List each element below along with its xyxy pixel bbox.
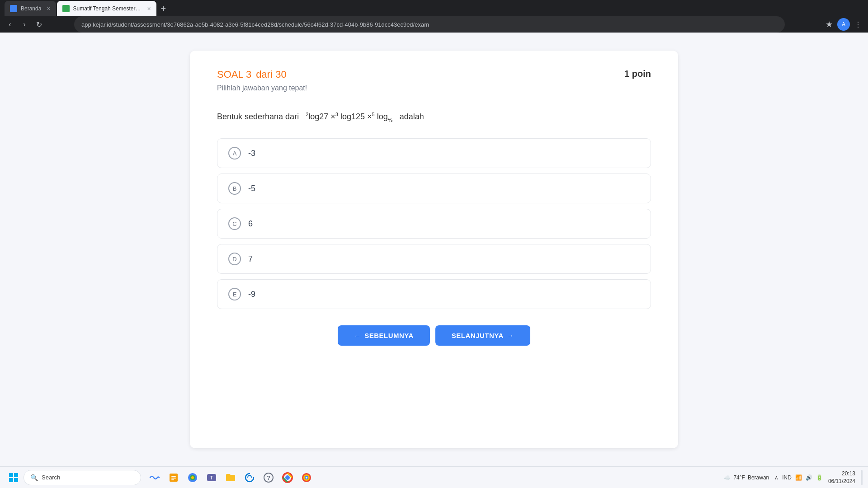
svg-point-10 xyxy=(191,476,194,479)
browser-chrome: Beranda × Sumatif Tengah Semester Gan… ×… xyxy=(0,0,868,33)
svg-rect-6 xyxy=(171,478,176,479)
svg-rect-5 xyxy=(171,476,176,477)
question-title: SOAL 3 dari 30 xyxy=(217,69,287,80)
taskbar-app-icons: T ? xyxy=(146,469,315,486)
next-button[interactable]: SELANJUTNYA → xyxy=(435,325,530,346)
next-arrow-icon: → xyxy=(507,332,514,339)
bookmark-button[interactable]: ★ xyxy=(823,18,835,31)
question-points: 1 poin xyxy=(624,69,651,79)
option-e[interactable]: E -9 xyxy=(217,279,651,309)
svg-rect-1 xyxy=(14,473,18,477)
question-header: SOAL 3 dari 30 1 poin xyxy=(217,69,651,80)
taskbar-chrome-icon[interactable] xyxy=(279,469,296,486)
new-tab-button[interactable]: + xyxy=(161,1,166,16)
clock-date: 06/11/2024 xyxy=(828,478,855,485)
question-instruction: Pilihlah jawaban yang tepat! xyxy=(217,84,651,92)
weather-temp: 74°F xyxy=(733,474,745,481)
option-d-value: 7 xyxy=(248,254,253,264)
tab-beranda-close[interactable]: × xyxy=(47,5,50,12)
volume-icon: 🔊 xyxy=(806,474,812,481)
svg-rect-2 xyxy=(9,478,13,482)
battery-icon: 🔋 xyxy=(816,474,823,481)
option-b[interactable]: B -5 xyxy=(217,174,651,203)
profile-button[interactable]: A xyxy=(837,18,850,31)
svg-rect-7 xyxy=(171,479,174,480)
option-e-value: -9 xyxy=(248,290,255,299)
taskbar-search-bar[interactable]: 🔍 Search xyxy=(24,470,141,485)
option-c-circle: C xyxy=(228,217,241,230)
nav-buttons: ← SEBELUMNYA SELANJUTNYA → xyxy=(217,325,651,346)
taskbar-sys-tray: ∧ IND 📶 🔊 🔋 xyxy=(774,474,823,481)
option-b-value: -5 xyxy=(248,184,255,193)
tab-exam-label: Sumatif Tengah Semester Gan… xyxy=(73,5,142,12)
option-d-circle: D xyxy=(228,253,241,265)
prev-arrow-icon: ← xyxy=(354,332,361,339)
beranda-favicon xyxy=(10,5,17,12)
taskbar-right: ☁️ 74°F Berawan ∧ IND 📶 🔊 🔋 20:13 06/11/… xyxy=(724,470,863,485)
search-icon: 🔍 xyxy=(30,474,38,481)
windows-start-button[interactable] xyxy=(5,469,22,486)
tab-exam-close[interactable]: × xyxy=(147,5,151,12)
prev-button[interactable]: ← SEBELUMNYA xyxy=(338,325,430,346)
svg-rect-0 xyxy=(9,473,13,477)
clock-time: 20:13 xyxy=(828,470,855,478)
forward-button[interactable]: › xyxy=(18,18,31,31)
next-button-label: SELANJUTNYA xyxy=(452,332,504,339)
question-number-label: SOAL 3 dari 30 xyxy=(217,69,287,80)
address-row: ‹ › ↻ app.kejar.id/student/assessment/3e… xyxy=(0,16,868,33)
svg-text:T: T xyxy=(210,475,213,480)
back-button[interactable]: ‹ xyxy=(4,18,16,31)
math-expression: 2log27 ×3 log125 ×5 log⅓ xyxy=(306,112,395,121)
content-card: SOAL 3 dari 30 1 poin Pilihlah jawaban y… xyxy=(190,51,678,448)
menu-button[interactable]: ⋮ xyxy=(852,18,864,31)
taskbar-teams-icon[interactable]: T xyxy=(203,469,220,486)
option-c[interactable]: C 6 xyxy=(217,209,651,239)
weather-icon: ☁️ xyxy=(724,474,731,481)
taskbar-folder-icon[interactable] xyxy=(222,469,239,486)
taskbar-edge-icon[interactable] xyxy=(241,469,258,486)
taskbar: 🔍 Search T xyxy=(0,466,868,488)
address-bar-url: app.kejar.id/student/assessment/3e76862a… xyxy=(81,21,778,28)
option-b-circle: B xyxy=(228,182,241,195)
taskbar-search-label: Search xyxy=(42,474,60,481)
taskbar-browser-icon[interactable] xyxy=(184,469,201,486)
question-text-suffix: adalah xyxy=(400,112,424,121)
weather-widget: ☁️ 74°F Berawan xyxy=(724,474,769,481)
reload-button[interactable]: ↻ xyxy=(33,18,45,31)
wifi-icon: 📶 xyxy=(795,474,802,481)
option-a[interactable]: A -3 xyxy=(217,138,651,168)
taskbar-help-icon[interactable]: ? xyxy=(260,469,277,486)
expand-tray-icon[interactable]: ∧ xyxy=(774,474,778,481)
options-container: A -3 B -5 C 6 D 7 E -9 xyxy=(217,138,651,309)
svg-rect-3 xyxy=(14,478,18,482)
tab-beranda-label: Beranda xyxy=(21,5,41,12)
option-c-value: 6 xyxy=(248,219,253,229)
option-e-circle: E xyxy=(228,288,241,300)
svg-point-20 xyxy=(306,477,307,479)
tab-beranda[interactable]: Beranda × xyxy=(5,1,56,16)
svg-text:?: ? xyxy=(267,474,270,481)
taskbar-chrome2-icon[interactable] xyxy=(298,469,315,486)
option-a-circle: A xyxy=(228,147,241,160)
show-desktop-button[interactable] xyxy=(861,470,863,485)
option-d[interactable]: D 7 xyxy=(217,244,651,274)
option-a-value: -3 xyxy=(248,149,255,158)
question-text-prefix: Bentuk sederhana dari xyxy=(217,112,299,121)
language-indicator: IND xyxy=(782,474,792,481)
address-bar[interactable]: app.kejar.id/student/assessment/3e76862a… xyxy=(74,16,785,33)
prev-button-label: SEBELUMNYA xyxy=(364,332,414,339)
taskbar-clock[interactable]: 20:13 06/11/2024 xyxy=(828,470,855,485)
taskbar-files-icon[interactable] xyxy=(165,469,182,486)
tab-bar: Beranda × Sumatif Tengah Semester Gan… ×… xyxy=(0,0,868,16)
question-text: Bentuk sederhana dari 2log27 ×3 log125 ×… xyxy=(217,110,651,124)
tab-exam[interactable]: Sumatif Tengah Semester Gan… × xyxy=(57,1,156,16)
weather-label: Berawan xyxy=(748,474,769,481)
taskbar-waves-icon[interactable] xyxy=(146,469,163,486)
svg-point-16 xyxy=(285,475,290,480)
exam-favicon xyxy=(62,5,70,12)
page-body: SOAL 3 dari 30 1 poin Pilihlah jawaban y… xyxy=(0,33,868,466)
